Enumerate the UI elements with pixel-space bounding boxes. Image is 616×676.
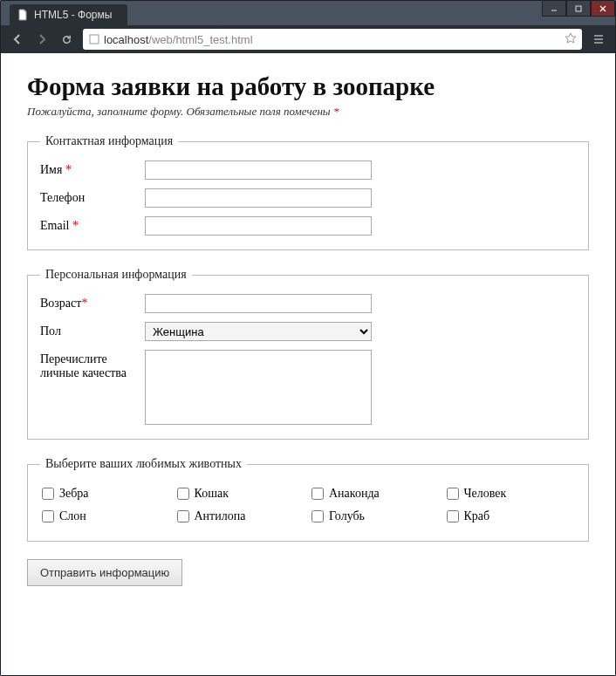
forward-button[interactable] bbox=[31, 29, 53, 50]
reload-button[interactable] bbox=[55, 29, 78, 50]
animal-label: Кошак bbox=[195, 487, 229, 501]
animal-label: Антилопа bbox=[195, 509, 246, 523]
browser-window: HTML5 - Формы localhost/web/html5_test.h… bbox=[0, 0, 616, 676]
checkbox-animal-7[interactable] bbox=[447, 510, 459, 522]
animal-item-2[interactable]: Анаконда bbox=[311, 487, 440, 501]
row-gender: Пол Женщина bbox=[40, 322, 576, 341]
browser-tab[interactable]: HTML5 - Формы bbox=[10, 4, 127, 25]
tab-title: HTML5 - Формы bbox=[34, 9, 112, 21]
bookmark-icon[interactable] bbox=[565, 32, 577, 47]
address-bar[interactable]: localhost/web/html5_test.html bbox=[83, 29, 582, 50]
page-viewport: Форма заявки на работу в зоопарке Пожалу… bbox=[1, 53, 615, 675]
animal-label: Голубь bbox=[329, 509, 365, 523]
animals-grid: Зебра Кошак Анаконда Человек Слон Антило… bbox=[40, 483, 576, 527]
animal-item-7[interactable]: Краб bbox=[447, 509, 575, 523]
row-name: Имя * bbox=[40, 160, 576, 180]
animal-label: Зебра bbox=[59, 487, 89, 501]
subtitle-text: Пожалуйста, заполните форму. Обязательны… bbox=[27, 105, 333, 118]
input-phone[interactable] bbox=[145, 188, 372, 208]
fieldset-animals: Выберите ваших любимых животных Зебра Ко… bbox=[27, 457, 589, 542]
svg-rect-4 bbox=[90, 35, 99, 44]
page-icon bbox=[17, 9, 29, 21]
checkbox-animal-6[interactable] bbox=[311, 510, 324, 522]
checkbox-animal-3[interactable] bbox=[447, 488, 459, 500]
label-age: Возраст* bbox=[40, 294, 145, 311]
globe-icon bbox=[88, 33, 100, 45]
page-heading: Форма заявки на работу в зоопарке bbox=[27, 72, 589, 101]
legend-contact: Контактная информация bbox=[40, 134, 178, 148]
legend-personal: Персональная информация bbox=[40, 268, 192, 282]
animal-label: Анаконда bbox=[329, 487, 380, 501]
fieldset-contact: Контактная информация Имя * Телефон Emai… bbox=[27, 134, 589, 250]
checkbox-animal-4[interactable] bbox=[42, 510, 54, 522]
fieldset-personal: Персональная информация Возраст* Пол Жен… bbox=[27, 268, 589, 440]
textarea-qualities[interactable] bbox=[145, 350, 372, 425]
label-email: Email * bbox=[40, 216, 145, 233]
browser-toolbar: localhost/web/html5_test.html bbox=[1, 25, 615, 53]
animal-item-0[interactable]: Зебра bbox=[42, 487, 170, 501]
url-host: localhost bbox=[104, 33, 148, 46]
label-name: Имя * bbox=[40, 160, 145, 177]
label-phone: Телефон bbox=[40, 188, 145, 205]
close-button[interactable] bbox=[591, 1, 615, 17]
input-name[interactable] bbox=[145, 160, 372, 180]
legend-animals: Выберите ваших любимых животных bbox=[40, 457, 247, 471]
maximize-button[interactable] bbox=[566, 1, 591, 17]
url-path: /web/html5_test.html bbox=[148, 33, 252, 46]
animal-item-1[interactable]: Кошак bbox=[177, 487, 305, 501]
title-bar: HTML5 - Формы bbox=[1, 1, 615, 25]
select-gender[interactable]: Женщина bbox=[145, 322, 372, 341]
submit-button[interactable]: Отправить информацию bbox=[27, 559, 182, 586]
row-email: Email * bbox=[40, 216, 576, 236]
menu-button[interactable] bbox=[587, 29, 610, 50]
minimize-button[interactable] bbox=[542, 1, 566, 17]
input-age[interactable] bbox=[145, 294, 372, 313]
row-phone: Телефон bbox=[40, 188, 576, 208]
window-controls bbox=[542, 1, 615, 17]
animal-label: Человек bbox=[464, 487, 507, 501]
label-qualities: Перечислите личные качества bbox=[40, 350, 145, 380]
checkbox-animal-2[interactable] bbox=[311, 488, 324, 500]
animal-label: Слон bbox=[59, 509, 86, 523]
animal-item-3[interactable]: Человек bbox=[447, 487, 575, 501]
animal-item-4[interactable]: Слон bbox=[42, 509, 170, 523]
page-subtitle: Пожалуйста, заполните форму. Обязательны… bbox=[27, 105, 589, 119]
row-qualities: Перечислите личные качества bbox=[40, 350, 576, 425]
required-mark: * bbox=[333, 105, 339, 118]
animal-item-5[interactable]: Антилопа bbox=[177, 509, 305, 523]
checkbox-animal-5[interactable] bbox=[177, 510, 189, 522]
animal-label: Краб bbox=[464, 509, 490, 523]
label-gender: Пол bbox=[40, 322, 145, 338]
input-email[interactable] bbox=[145, 216, 372, 236]
checkbox-animal-1[interactable] bbox=[177, 488, 189, 500]
svg-rect-1 bbox=[576, 6, 581, 11]
row-age: Возраст* bbox=[40, 294, 576, 313]
animal-item-6[interactable]: Голубь bbox=[311, 509, 440, 523]
back-button[interactable] bbox=[6, 29, 29, 50]
checkbox-animal-0[interactable] bbox=[42, 488, 54, 500]
